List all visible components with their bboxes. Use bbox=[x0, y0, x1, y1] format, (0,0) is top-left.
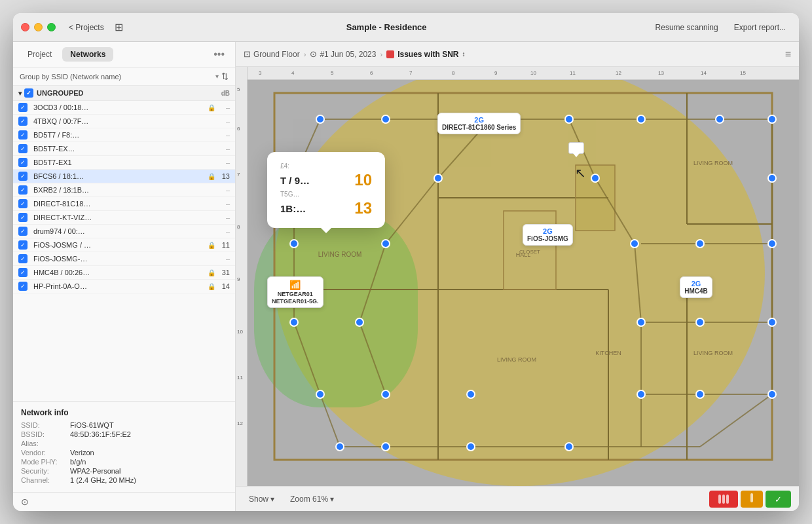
collapse-icon[interactable]: ▾ bbox=[18, 90, 22, 97]
network-item-hp-print[interactable]: HP-Print-0A-O… 🔒 14 bbox=[13, 280, 235, 293]
tab-project[interactable]: Project bbox=[20, 47, 60, 62]
network-list[interactable]: ▾ UNGROUPED dB 3OCD3 / 00:18… 🔒 – 4TBXQ … bbox=[13, 86, 235, 401]
svg-line-27 bbox=[294, 322, 320, 394]
network-checkbox[interactable] bbox=[18, 185, 28, 195]
network-item-direct81[interactable]: DIRECT-81C18… – bbox=[13, 197, 235, 211]
svg-line-40 bbox=[386, 178, 438, 244]
ruler-num: 5 bbox=[331, 70, 333, 76]
sort-button[interactable]: ⇅ bbox=[221, 71, 229, 81]
network-item-fios-josmg2[interactable]: FiOS-JOSMG-… – bbox=[13, 252, 235, 266]
network-checkbox[interactable] bbox=[18, 254, 28, 263]
svg-point-67 bbox=[631, 240, 638, 248]
export-report-button[interactable]: Export report... bbox=[729, 21, 791, 34]
wifi-icon: 📶 bbox=[272, 280, 319, 290]
breadcrumb-floor[interactable]: ⊡ Ground Floor bbox=[244, 49, 300, 59]
network-checkbox[interactable] bbox=[18, 268, 28, 277]
network-item-bxrb2[interactable]: BXRB2 / 18:1B… – bbox=[13, 183, 235, 197]
status-seg bbox=[718, 495, 721, 504]
network-item-4tbxq[interactable]: 4TBXQ / 00:7F… – bbox=[13, 115, 235, 128]
network-checkbox[interactable] bbox=[18, 199, 28, 208]
status-bad[interactable] bbox=[709, 491, 738, 508]
network-checkbox[interactable] bbox=[18, 103, 28, 112]
status-good[interactable]: ✓ bbox=[766, 491, 791, 508]
chevron-down-icon: ▾ bbox=[215, 73, 219, 80]
back-button[interactable]: < Projects bbox=[64, 21, 109, 34]
network-name: HP-Print-0A-O… bbox=[33, 282, 205, 290]
network-checkbox[interactable] bbox=[18, 213, 28, 222]
floor-label: Ground Floor bbox=[253, 50, 300, 59]
signal-value: – bbox=[218, 255, 230, 263]
more-button[interactable]: ••• bbox=[210, 47, 229, 62]
network-checkbox[interactable] bbox=[18, 130, 28, 140]
status-warn[interactable] bbox=[741, 491, 763, 508]
network-name: FiOS-JOSMG-… bbox=[33, 255, 215, 263]
tooltip-snr2: 13 bbox=[354, 199, 372, 217]
network-item-bd5t7-ex1[interactable]: BD5T7-EX1 – bbox=[13, 156, 235, 170]
info-row-vendor: Vendor: Verizon bbox=[21, 449, 227, 457]
ruler-num: 10 bbox=[237, 329, 243, 335]
resume-scanning-button[interactable]: Resume scanning bbox=[650, 21, 724, 34]
network-item-bd5t7-ex[interactable]: BD5T7-EX… – bbox=[13, 142, 235, 156]
zoom-button[interactable]: Zoom 61% ▾ bbox=[285, 493, 339, 506]
ruler-num: 3 bbox=[259, 70, 261, 76]
svg-text:LIVING ROOM: LIVING ROOM bbox=[318, 251, 362, 258]
group-checkbox[interactable] bbox=[24, 88, 33, 98]
network-item-fios-josmg[interactable]: FiOS-JOSMG / … 🔒 11 bbox=[13, 238, 235, 252]
breadcrumb-filter[interactable]: Issues with SNR ↕ bbox=[386, 50, 465, 59]
layout-icon[interactable]: ⊞ bbox=[115, 21, 123, 33]
network-item-hmc4b[interactable]: HMC4B / 00:26… 🔒 31 bbox=[13, 266, 235, 280]
svg-point-69 bbox=[768, 240, 776, 248]
svg-point-62 bbox=[434, 174, 442, 182]
network-name: FiOS-JOSMG / … bbox=[33, 241, 205, 249]
minimize-button[interactable] bbox=[34, 23, 43, 31]
network-name: BFCS6 / 18:1… bbox=[33, 172, 205, 180]
svg-line-42 bbox=[360, 322, 386, 394]
lock-icon: 🔒 bbox=[208, 173, 215, 180]
expand-button[interactable]: ⊙ bbox=[21, 496, 29, 507]
map-label-hmc4b: 2G HMC4B bbox=[680, 276, 712, 298]
network-item-direct-kt[interactable]: DIRECT-KT-VIZ… – bbox=[13, 211, 235, 225]
network-item-bfcs6[interactable]: BFCS6 / 18:1… 🔒 13 bbox=[13, 170, 235, 183]
titlebar-actions: Resume scanning Export report... bbox=[650, 21, 791, 34]
network-item-bd5t7[interactable]: BD5T7 / F8:… – bbox=[13, 128, 235, 142]
map-filter-button[interactable]: ≡ bbox=[785, 48, 791, 60]
network-checkbox[interactable] bbox=[18, 144, 28, 153]
ruler-num: 6 bbox=[237, 126, 240, 132]
network-checkbox[interactable] bbox=[18, 117, 28, 126]
breadcrumb: ⊡ Ground Floor › ⊙ #1 Jun 05, 2023 › Iss… bbox=[244, 49, 783, 59]
svg-point-70 bbox=[290, 318, 298, 326]
checkmark-icon: ✓ bbox=[775, 495, 782, 504]
info-row-ssid: SSID: FiOS-61WQT bbox=[21, 421, 227, 429]
zoom-label: Zoom 61% bbox=[290, 495, 328, 504]
ruler-num: 12 bbox=[616, 70, 621, 76]
ruler-num: 11 bbox=[237, 375, 243, 381]
network-item-3ocd3[interactable]: 3OCD3 / 00:18… 🔒 – bbox=[13, 101, 235, 115]
svg-point-79 bbox=[696, 390, 704, 398]
network-checkbox[interactable] bbox=[18, 158, 28, 167]
security-label: Security: bbox=[21, 467, 70, 475]
chevron-down-icon: ▾ bbox=[330, 495, 334, 504]
main-window: < Projects ⊞ Sample - Residence Resume s… bbox=[13, 13, 799, 511]
breadcrumb-sep2: › bbox=[380, 50, 382, 58]
main-content: Project Networks ••• Group by SSID (Netw… bbox=[13, 42, 799, 511]
network-checkbox[interactable] bbox=[18, 240, 28, 250]
network-checkbox[interactable] bbox=[18, 227, 28, 236]
show-button[interactable]: Show ▾ bbox=[244, 493, 280, 506]
lock-icon: 🔒 bbox=[208, 104, 215, 111]
signal-value: 11 bbox=[218, 241, 230, 249]
ssid-label: SSID: bbox=[21, 421, 70, 429]
network-item-drum974[interactable]: drum974 / 00:… – bbox=[13, 225, 235, 238]
filter-label[interactable]: Group by SSID (Network name) bbox=[20, 73, 213, 81]
network-checkbox[interactable] bbox=[18, 172, 28, 181]
maximize-button[interactable] bbox=[47, 23, 56, 31]
svg-point-73 bbox=[696, 318, 704, 326]
close-button[interactable] bbox=[21, 23, 29, 31]
signal-value: – bbox=[218, 227, 230, 235]
tab-networks[interactable]: Networks bbox=[62, 47, 113, 62]
bssid-label: BSSID: bbox=[21, 430, 70, 438]
signal-value: – bbox=[218, 103, 230, 111]
map-callout bbox=[568, 142, 584, 154]
breadcrumb-scan[interactable]: ⊙ #1 Jun 05, 2023 bbox=[310, 49, 376, 59]
network-checkbox[interactable] bbox=[18, 282, 28, 291]
tooltip-snr1: 10 bbox=[354, 171, 372, 189]
